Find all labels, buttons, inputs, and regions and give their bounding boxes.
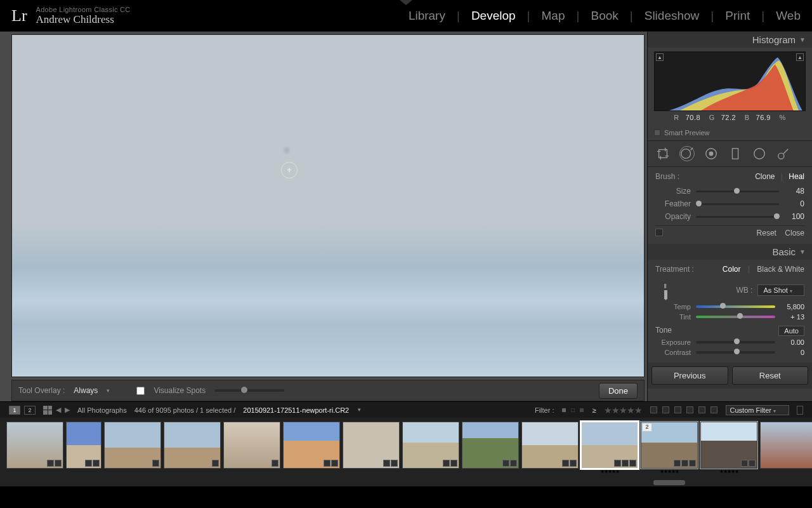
adjustment-brush-tool-icon[interactable]: [776, 146, 791, 161]
crop-tool-icon[interactable]: [655, 146, 671, 161]
filter-preset-select[interactable]: Custom Filter ▾: [726, 405, 789, 415]
overlay-value[interactable]: Always: [74, 386, 98, 395]
module-web[interactable]: Web: [776, 9, 801, 23]
overlay-chevron-icon[interactable]: ▾: [107, 387, 110, 394]
app-logo: Lr: [11, 6, 27, 25]
feather-slider[interactable]: [696, 203, 779, 205]
radial-filter-tool-icon[interactable]: [752, 146, 767, 161]
basic-header[interactable]: Basic▼: [648, 244, 812, 260]
module-book[interactable]: Book: [591, 9, 618, 23]
filename-label[interactable]: 20150921-172511-newport-ri.CR2: [243, 406, 349, 414]
module-map[interactable]: Map: [542, 9, 565, 23]
spot-removal-tool-icon[interactable]: [679, 146, 695, 161]
count-label: 446 of 9095 photos / 1 selected /: [134, 406, 236, 414]
spot-removal-cursor[interactable]: [281, 162, 298, 178]
grid-view-icon[interactable]: [43, 406, 52, 415]
filter-label: Filter :: [535, 406, 554, 414]
redeye-tool-icon[interactable]: [704, 146, 719, 161]
contrast-value[interactable]: 0: [780, 349, 804, 356]
exposure-value[interactable]: 0.00: [780, 338, 804, 346]
thumbnail[interactable]: [402, 422, 459, 469]
wb-eyedropper-icon[interactable]: [652, 277, 677, 303]
color-purple[interactable]: [698, 406, 705, 413]
opacity-slider[interactable]: [696, 216, 779, 218]
thumbnail[interactable]: [6, 422, 63, 469]
svg-rect-0: [659, 150, 667, 158]
grad-filter-tool-icon[interactable]: [728, 146, 743, 161]
color-none[interactable]: [710, 406, 717, 413]
thumbnail[interactable]: 2: [641, 422, 698, 469]
develop-tool-strip: [648, 140, 812, 167]
clone-mode[interactable]: Clone: [755, 172, 775, 181]
module-library[interactable]: Library: [409, 9, 445, 23]
flag-rejected-icon[interactable]: ◆: [577, 405, 587, 415]
done-button[interactable]: Done: [599, 383, 638, 399]
color-green[interactable]: [674, 406, 681, 413]
thumbnail[interactable]: [521, 422, 579, 469]
visualize-spots-checkbox[interactable]: [136, 387, 145, 395]
filmstrip-scrollbar[interactable]: [653, 480, 685, 485]
histogram-chart[interactable]: ▲ ▲: [654, 51, 806, 111]
contrast-slider[interactable]: [696, 351, 775, 354]
view-box-2[interactable]: 2: [24, 406, 36, 415]
module-develop[interactable]: Develop: [471, 9, 516, 23]
thumbnail[interactable]: [164, 422, 221, 469]
svg-rect-4: [732, 149, 738, 159]
nav-prev-icon[interactable]: ◀: [56, 406, 61, 414]
svg-point-3: [709, 152, 713, 156]
flag-picked-icon[interactable]: ◆: [560, 405, 569, 415]
thumbnail[interactable]: [104, 422, 161, 469]
thumbnail[interactable]: [462, 422, 519, 469]
stack-badge[interactable]: 2: [643, 424, 652, 431]
image-canvas[interactable]: [11, 34, 645, 377]
color-label-filters: [650, 406, 718, 413]
histogram-header[interactable]: Histogram▼: [648, 32, 812, 48]
thumbnail[interactable]: [760, 422, 812, 469]
size-slider[interactable]: [696, 190, 779, 192]
brush-label: Brush :: [655, 172, 679, 181]
heal-mode[interactable]: Heal: [789, 172, 804, 181]
opacity-value[interactable]: 100: [784, 212, 804, 221]
nav-next-icon[interactable]: ▶: [65, 406, 70, 414]
feather-value[interactable]: 0: [784, 199, 804, 208]
thumbnail[interactable]: [223, 422, 280, 469]
flag-unflagged-icon[interactable]: ◇: [568, 405, 578, 415]
tint-value[interactable]: + 13: [780, 313, 804, 321]
thumbnail[interactable]: [66, 422, 102, 469]
tint-slider[interactable]: [696, 316, 775, 318]
pin-toggle-icon[interactable]: [655, 229, 663, 236]
spot-close[interactable]: Close: [785, 229, 804, 237]
rating-operator[interactable]: ≥: [592, 406, 596, 414]
temp-value[interactable]: 5,800: [780, 303, 804, 311]
previous-button[interactable]: Previous: [652, 366, 728, 385]
identity-plate[interactable]: Andrew Childress: [36, 13, 131, 26]
thumb-rating: ★★★★★: [660, 469, 679, 474]
filmstrip[interactable]: ★★★★★ 2★★★★★ ★★★★★: [0, 418, 812, 486]
visualize-threshold-slider[interactable]: [214, 389, 284, 392]
filename-chevron-icon[interactable]: ▼: [357, 407, 362, 413]
svg-point-6: [778, 153, 784, 159]
temp-slider[interactable]: [696, 305, 775, 308]
source-label[interactable]: All Photographs: [77, 406, 127, 414]
color-blue[interactable]: [686, 406, 693, 413]
thumbnail[interactable]: [343, 422, 400, 469]
spot-reset[interactable]: Reset: [757, 229, 776, 237]
filter-lock-icon[interactable]: [797, 406, 803, 415]
exposure-slider[interactable]: [696, 341, 775, 344]
rating-filter[interactable]: ★★★★★: [604, 405, 642, 415]
tool-options-bar: Tool Overlay : Always ▾ Visualize Spots …: [11, 380, 645, 401]
reset-button[interactable]: Reset: [732, 366, 809, 385]
module-print[interactable]: Print: [725, 9, 750, 23]
auto-tone-button[interactable]: Auto: [778, 326, 804, 336]
thumbnail[interactable]: [283, 422, 340, 469]
module-slideshow[interactable]: Slideshow: [645, 9, 700, 23]
thumbnail-selected[interactable]: [581, 422, 638, 469]
treatment-color[interactable]: Color: [723, 265, 741, 274]
size-value[interactable]: 48: [784, 187, 804, 196]
color-yellow[interactable]: [662, 406, 669, 413]
treatment-bw[interactable]: Black & White: [757, 265, 804, 274]
view-box-1[interactable]: 1: [9, 406, 20, 415]
color-red[interactable]: [650, 406, 657, 413]
wb-preset-select[interactable]: As Shot ▾: [757, 284, 804, 296]
thumbnail[interactable]: [700, 422, 757, 469]
